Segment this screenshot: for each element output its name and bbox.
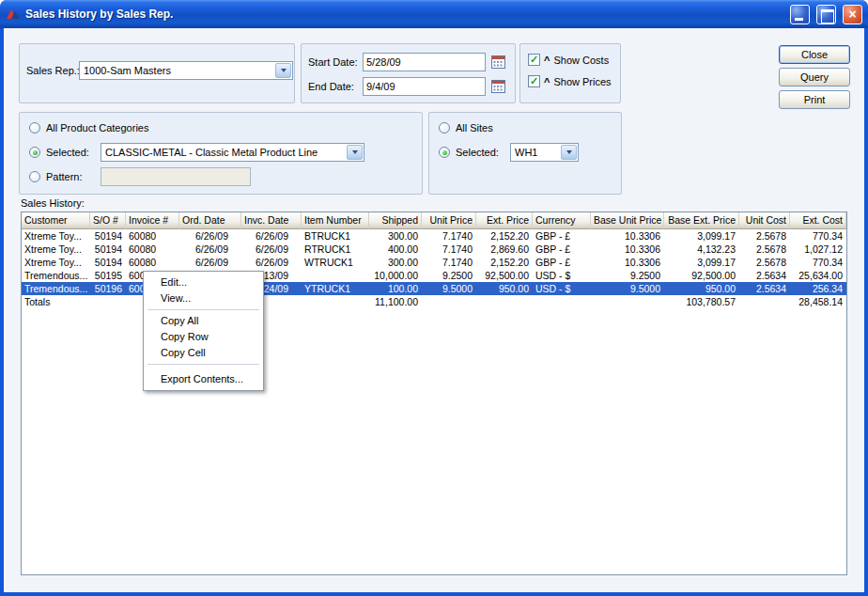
grid-cell[interactable]: Tremendous... — [22, 282, 90, 295]
grid-cell[interactable]: 2.5634 — [739, 282, 790, 295]
grid-cell[interactable]: Tremendous... — [22, 269, 90, 282]
grid-cell[interactable] — [533, 295, 591, 308]
column-header-ord-date[interactable]: Ord. Date — [179, 212, 241, 229]
product-category-combo-button[interactable] — [347, 145, 363, 160]
grid-cell[interactable] — [90, 295, 126, 308]
site-combo-button[interactable] — [561, 145, 577, 160]
grid-cell[interactable]: 9.2500 — [591, 269, 664, 282]
grid-cell[interactable]: 9.5000 — [422, 282, 476, 295]
grid-cell[interactable]: 9.5000 — [591, 282, 664, 295]
column-header-ext-cost[interactable]: Ext. Cost — [790, 212, 846, 229]
grid-cell[interactable]: 400.00 — [369, 243, 422, 256]
grid-cell[interactable]: 25,634.00 — [790, 269, 846, 282]
grid-cell[interactable]: 2.5678 — [739, 243, 790, 256]
grid-cell[interactable]: USD - $ — [533, 282, 591, 295]
column-header-ext-price[interactable]: Ext. Price — [476, 212, 533, 229]
grid-cell[interactable] — [476, 295, 533, 308]
column-header-customer[interactable]: Customer — [22, 212, 90, 229]
site-selected-radio[interactable] — [439, 147, 450, 158]
grid-cell[interactable]: 6/26/09 — [241, 243, 302, 256]
menu-item-export-contents[interactable]: Export Contents... — [146, 371, 261, 387]
grid-cell[interactable]: 9.2500 — [422, 269, 476, 282]
column-header-item-number[interactable]: Item Number — [302, 212, 369, 229]
query-button[interactable]: Query — [779, 68, 850, 86]
grid-cell[interactable]: 2,152.20 — [476, 229, 533, 243]
grid-cell[interactable]: 770.34 — [790, 256, 846, 269]
grid-cell[interactable]: 3,099.17 — [664, 229, 739, 243]
grid-cell[interactable] — [302, 295, 369, 308]
grid-cell[interactable]: 92,500.00 — [476, 269, 533, 282]
grid-cell[interactable]: 2,869.60 — [476, 243, 533, 256]
grid-cell[interactable]: Totals — [22, 295, 90, 308]
grid-cell[interactable]: GBP - £ — [533, 229, 591, 243]
grid-cell[interactable]: GBP - £ — [533, 256, 591, 269]
print-button[interactable]: Print — [779, 90, 850, 109]
grid-cell[interactable]: 60080 — [126, 243, 179, 256]
all-product-categories-radio[interactable] — [29, 122, 40, 133]
grid-cell[interactable]: 950.00 — [476, 282, 533, 295]
product-pattern-input[interactable] — [101, 167, 251, 186]
grid-cell[interactable]: 6/26/09 — [241, 229, 302, 243]
grid-cell[interactable]: 6/26/09 — [241, 256, 302, 269]
grid-cell[interactable]: 60080 — [126, 256, 179, 269]
end-date-input[interactable] — [363, 77, 486, 96]
grid-cell[interactable]: RTRUCK1 — [302, 243, 369, 256]
menu-item-copy-row[interactable]: Copy Row — [146, 329, 261, 345]
close-window-button[interactable]: × — [843, 5, 862, 24]
grid-cell[interactable]: 50195 — [90, 269, 126, 282]
maximize-button[interactable] — [816, 5, 836, 24]
product-selected-radio[interactable] — [29, 147, 40, 158]
grid-cell[interactable]: 6/26/09 — [179, 229, 241, 243]
start-date-calendar-button[interactable] — [489, 54, 506, 70]
column-header-invoice[interactable]: Invoice # — [126, 212, 179, 229]
grid-cell[interactable] — [302, 269, 369, 282]
grid-cell[interactable]: 60080 — [126, 229, 179, 243]
grid-cell[interactable]: BTRUCK1 — [302, 229, 369, 243]
grid-cell[interactable]: 10.3306 — [591, 243, 664, 256]
sales-rep-combo[interactable]: 1000-Sam Masters — [79, 61, 293, 80]
grid-cell[interactable] — [739, 295, 790, 308]
grid-cell[interactable]: 2.5634 — [739, 269, 790, 282]
grid-cell[interactable]: 50196 — [90, 282, 126, 295]
column-header-shipped[interactable]: Shipped — [369, 212, 422, 229]
grid-cell[interactable]: GBP - £ — [533, 243, 591, 256]
grid-cell[interactable]: 4,132.23 — [664, 243, 739, 256]
close-button[interactable]: Close — [779, 45, 850, 64]
column-header-unit-cost[interactable]: Unit Cost — [739, 212, 790, 229]
grid-cell[interactable]: YTRUCK1 — [302, 282, 369, 295]
grid-cell[interactable]: 770.34 — [790, 229, 846, 243]
grid-cell[interactable]: 10,000.00 — [369, 269, 422, 282]
all-sites-radio[interactable] — [439, 122, 450, 133]
grid-cell[interactable] — [422, 295, 476, 308]
menu-item-edit[interactable]: Edit... — [146, 274, 261, 290]
grid-row[interactable]: Xtreme Toy...50194600806/26/096/26/09WTR… — [22, 256, 846, 269]
grid-row[interactable]: Xtreme Toy...50194600806/26/096/26/09BTR… — [22, 229, 846, 243]
grid-cell[interactable]: 100.00 — [369, 282, 422, 295]
grid-cell[interactable]: 7.1740 — [422, 256, 476, 269]
menu-item-copy-cell[interactable]: Copy Cell — [146, 345, 261, 361]
grid-cell[interactable]: 2.5678 — [739, 229, 790, 243]
grid-row[interactable]: Xtreme Toy...50194600806/26/096/26/09RTR… — [22, 243, 846, 256]
grid-cell[interactable]: 10.3306 — [591, 229, 664, 243]
grid-cell[interactable]: 950.00 — [664, 282, 739, 295]
grid-cell[interactable]: 11,100.00 — [369, 295, 422, 308]
menu-item-view[interactable]: View... — [146, 290, 261, 306]
grid-cell[interactable]: 103,780.57 — [664, 295, 739, 308]
grid-cell[interactable]: 3,099.17 — [664, 256, 739, 269]
column-header-unit-price[interactable]: Unit Price — [422, 212, 476, 229]
grid-cell[interactable]: 10.3306 — [591, 256, 664, 269]
grid-cell[interactable]: 300.00 — [369, 229, 422, 243]
grid-cell[interactable]: 7.1740 — [422, 243, 476, 256]
grid-cell[interactable]: Xtreme Toy... — [22, 229, 90, 243]
grid-cell[interactable]: 6/26/09 — [179, 243, 241, 256]
titlebar[interactable]: Sales History by Sales Rep. × — [0, 0, 868, 28]
grid-cell[interactable]: 50194 — [90, 256, 126, 269]
column-header-s-o[interactable]: S/O # — [90, 212, 126, 229]
grid-cell[interactable]: 256.34 — [790, 282, 846, 295]
column-header-base-ext-price[interactable]: Base Ext. Price — [664, 212, 739, 229]
grid-cell[interactable]: 6/26/09 — [179, 256, 241, 269]
column-header-base-unit-price[interactable]: Base Unit Price — [591, 212, 664, 229]
menu-item-copy-all[interactable]: Copy All — [146, 313, 261, 329]
grid-cell[interactable]: 300.00 — [369, 256, 422, 269]
grid-cell[interactable]: 2.5678 — [739, 256, 790, 269]
